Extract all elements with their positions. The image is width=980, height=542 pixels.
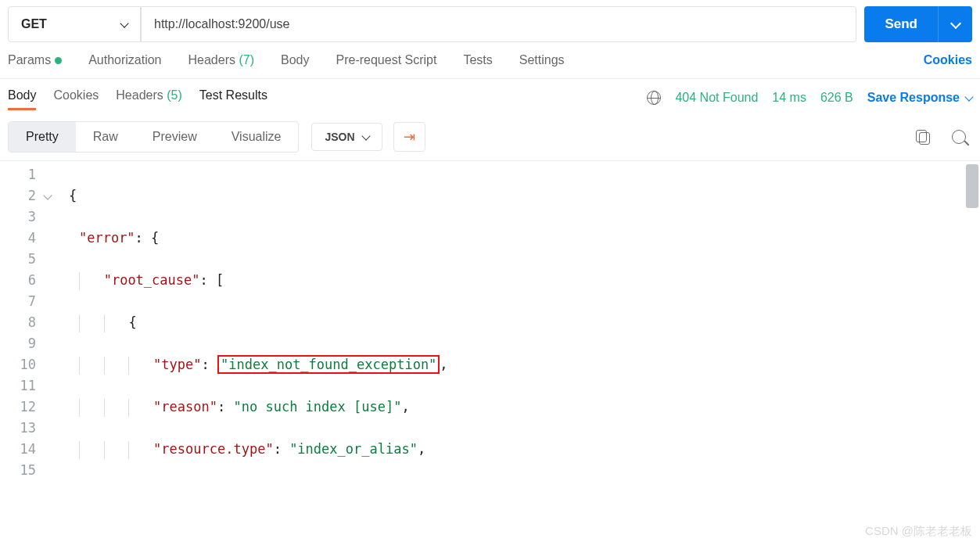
search-icon[interactable] (952, 130, 966, 144)
response-tab-cookies[interactable]: Cookies (53, 85, 99, 110)
dot-indicator-icon (55, 57, 62, 64)
view-mode-visualize[interactable]: Visualize (214, 122, 299, 152)
tab-params[interactable]: Params (8, 53, 62, 67)
view-mode-segment: Pretty Raw Preview Visualize (8, 121, 299, 153)
send-options-button[interactable] (938, 6, 972, 42)
view-mode-raw[interactable]: Raw (76, 122, 135, 152)
response-body-viewer[interactable]: 123456789101112131415 { "error": { "root… (0, 160, 980, 481)
chevron-down-icon (120, 19, 128, 27)
chevron-down-icon (361, 131, 370, 140)
response-status: 404 Not Found (675, 91, 758, 105)
request-url-input[interactable] (141, 6, 856, 42)
format-select[interactable]: JSON (311, 123, 382, 151)
response-size: 626 B (820, 91, 853, 105)
code-content: { "error": { "root_cause": [ { "type": "… (47, 161, 980, 481)
globe-icon[interactable] (647, 91, 661, 105)
tab-authorization[interactable]: Authorization (88, 53, 161, 67)
chevron-down-icon (964, 92, 973, 101)
response-tab-headers[interactable]: Headers (5) (116, 85, 182, 110)
tab-settings[interactable]: Settings (519, 53, 565, 67)
format-value: JSON (325, 131, 354, 143)
view-mode-preview[interactable]: Preview (135, 122, 214, 152)
tab-prerequest[interactable]: Pre-request Script (336, 53, 436, 67)
http-method-select[interactable]: GET (8, 6, 141, 42)
copy-icon[interactable] (916, 130, 930, 144)
line-number-gutter: 123456789101112131415 (0, 161, 47, 481)
send-button[interactable]: Send (864, 6, 938, 42)
tab-body[interactable]: Body (281, 53, 309, 67)
tab-headers[interactable]: Headers (7) (188, 53, 255, 67)
response-tab-body[interactable]: Body (8, 85, 36, 110)
response-tab-test-results[interactable]: Test Results (199, 85, 267, 110)
response-time: 14 ms (772, 91, 806, 105)
chevron-down-icon (949, 17, 960, 28)
tab-tests[interactable]: Tests (463, 53, 492, 67)
scrollbar-thumb[interactable] (966, 164, 978, 208)
cookies-link[interactable]: Cookies (924, 53, 972, 67)
http-method-value: GET (21, 17, 47, 31)
save-response-button[interactable]: Save Response (867, 91, 972, 105)
wrap-lines-button[interactable]: ⇥ (393, 122, 425, 152)
view-mode-pretty[interactable]: Pretty (9, 122, 76, 152)
